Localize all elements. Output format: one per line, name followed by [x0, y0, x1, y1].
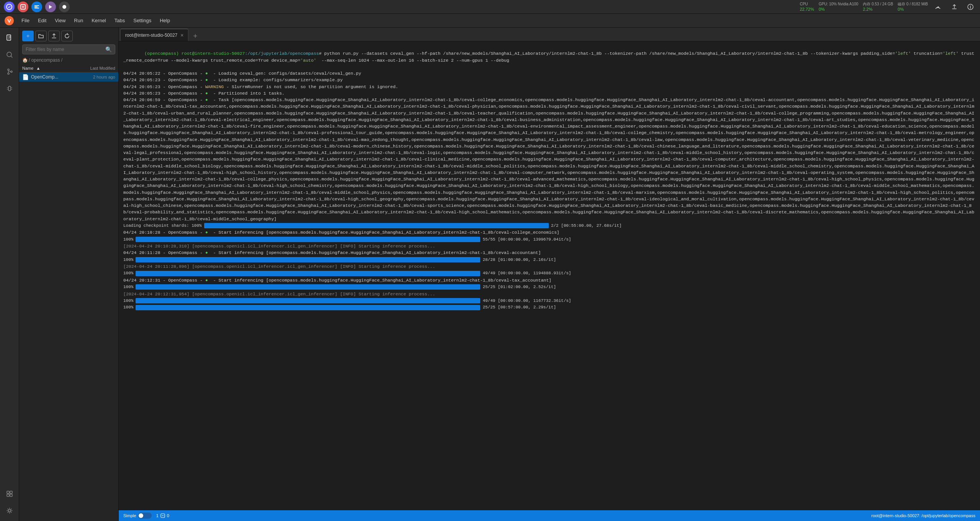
svg-rect-13 [10, 491, 12, 493]
progress-4-bar [136, 284, 480, 290]
gpu-label: GPU: 10% Nvidia A100 [819, 2, 858, 7]
toggle-switch[interactable] [138, 513, 152, 519]
progress-5: 100% 49/49 [00:00:00.00, 1167732.36it/s] [123, 298, 975, 304]
toggle-knob [139, 513, 143, 518]
sort-arrow-icon: ▲ [36, 66, 40, 70]
file-modified: 2 hours ago [73, 75, 115, 79]
progress-3-info: 49/49 [00:00:00.00, 1194888.93it/s] [483, 270, 571, 277]
app-icon-5[interactable] [59, 2, 70, 12]
upload-button[interactable] [48, 31, 60, 41]
activity-files[interactable] [2, 31, 17, 45]
activity-git[interactable] [2, 64, 17, 79]
file-icon: 📄 [22, 74, 29, 80]
simple-label: Simple [123, 513, 136, 518]
menu-settings[interactable]: Settings [129, 16, 155, 25]
progress-4-info: 25/25 [01:02:00.00, 2.52s/it] [483, 284, 556, 290]
svg-point-9 [8, 73, 9, 74]
progress-1-label: 100% [123, 236, 133, 243]
terminal-tab[interactable]: root@intern-studio-50027 × [120, 29, 188, 41]
disk-stat: 磁存 0 / 8182 MiB 0% [898, 2, 928, 12]
app-icon-2[interactable] [18, 2, 28, 12]
progress-1-info: 55/55 [00:00:00.00, 1399679.04it/s] [483, 236, 571, 243]
progress-2-fill [136, 257, 480, 262]
spaces-icon [160, 513, 165, 518]
progress-6-info: 25/25 [00:57:00.00, 2.29s/it] [483, 304, 556, 311]
menu-edit[interactable]: Edit [34, 16, 50, 25]
term-infer-3: 04/24 20:12:31 - OpenCompass - ● - Start… [123, 277, 975, 283]
progress-5-info: 49/49 [00:00:00.00, 1167732.36it/s] [483, 298, 571, 304]
search-input[interactable] [26, 47, 105, 52]
svg-point-16 [8, 510, 11, 512]
disk-label: 磁存 0 / 8182 MiB [898, 2, 928, 7]
network-icon[interactable] [933, 1, 944, 13]
menu-bar: File Edit View Run Kernel Tabs Settings … [0, 14, 980, 28]
svg-point-5 [5, 16, 14, 25]
search-icon[interactable]: 🔍 [105, 46, 112, 52]
term-infer-1: 04/24 20:10:28 - OpenCompass - ● - Start… [123, 229, 975, 236]
menu-file[interactable]: File [18, 16, 33, 25]
progress-2-bar [136, 257, 480, 262]
app-icon-1[interactable] [4, 2, 15, 12]
progress-checkpoint: Loading checkpoint shards: 100% 2/2 [00:… [123, 223, 975, 229]
sidebar: ＋ 🔍 🏠 / opencompass / Name ▲ Last Modi [19, 28, 119, 521]
progress-3: 100% 49/49 [00:00:00.00, 1194888.93it/s] [123, 270, 975, 277]
progress-1-fill [136, 237, 480, 242]
disk-value: 0% [898, 7, 904, 12]
ram-value: 2.2% [863, 7, 872, 12]
app-logo [3, 15, 15, 27]
ram-stat: 内存 0.53 / 24 GB 2.2% [863, 2, 893, 12]
refresh-button[interactable] [61, 31, 73, 41]
term-line-1: 04/24 20:05:22 - OpenCompass - ● - Loadi… [123, 70, 975, 77]
progress-5-label: 100% [123, 298, 133, 304]
line-col-indicator: 1 0 [156, 513, 169, 518]
activity-settings-gear[interactable] [2, 503, 17, 518]
app-icon-3[interactable] [31, 2, 42, 12]
new-folder-button[interactable] [35, 31, 47, 41]
cpu-label: CPU [800, 2, 808, 7]
term-line-5: 04/24 20:06:59 - OpenCompass - ● - Task … [123, 97, 975, 222]
menu-kernel[interactable]: Kernel [88, 16, 110, 25]
progress-2-info: 28/28 [01:00:00.00, 2.16s/it] [483, 257, 556, 263]
menu-tabs[interactable]: Tabs [111, 16, 129, 25]
sidebar-path: 🏠 / opencompass / [19, 56, 118, 64]
info-icon[interactable] [965, 1, 976, 13]
col-modified-header: Last Modified [73, 66, 115, 70]
menu-run[interactable]: Run [70, 16, 87, 25]
activity-search[interactable] [2, 48, 17, 62]
gpu-value: 0% [819, 7, 825, 12]
activity-extensions[interactable] [2, 487, 17, 501]
progress-3-bar [136, 271, 480, 276]
progress-checkpoint-bar [204, 223, 549, 228]
progress-6-bar [136, 305, 480, 310]
tab-close-icon[interactable]: × [180, 33, 183, 38]
new-tab-button[interactable]: ＋ [190, 30, 201, 41]
terminal-output[interactable]: (opencompass) root@intern-studio-50027:/… [119, 41, 980, 510]
progress-5-bar [136, 298, 480, 303]
new-file-button[interactable]: ＋ [22, 31, 34, 41]
term-info-3: [2024-04-24 20:12:31,954] [opencompass.o… [123, 291, 975, 297]
progress-3-fill [136, 271, 480, 276]
term-line-3: 04/24 20:05:23 - OpenCompass - WARNING -… [123, 84, 975, 90]
progress-2: 100% 28/28 [01:00:00.00, 2.16s/it] [123, 257, 975, 263]
system-bar-left [4, 2, 70, 12]
progress-checkpoint-fill [204, 223, 549, 228]
simple-mode-toggle[interactable]: Simple [123, 513, 152, 519]
sidebar-search-box[interactable]: 🔍 [22, 44, 115, 54]
progress-6-label: 100% [123, 304, 133, 311]
progress-4-label: 100% [123, 284, 133, 290]
svg-point-2 [62, 5, 66, 9]
app-icon-4[interactable] [45, 2, 56, 12]
svg-rect-15 [10, 494, 12, 496]
cpu-value: 22.72% [800, 7, 814, 12]
menu-help[interactable]: Help [156, 16, 174, 25]
menu-view[interactable]: View [51, 16, 69, 25]
col-name-header[interactable]: Name ▲ [22, 66, 73, 70]
progress-checkpoint-label: Loading checkpoint shards: 100% [123, 223, 202, 229]
upload-icon[interactable] [949, 1, 960, 13]
file-item-opencompass[interactable]: 📄 OpenComp... 2 hours ago [19, 72, 118, 82]
progress-3-label: 100% [123, 270, 133, 277]
progress-2-label: 100% [123, 257, 133, 263]
progress-1-bar [136, 237, 480, 242]
file-list: 📄 OpenComp... 2 hours ago [19, 72, 118, 521]
activity-debug[interactable] [2, 81, 17, 96]
